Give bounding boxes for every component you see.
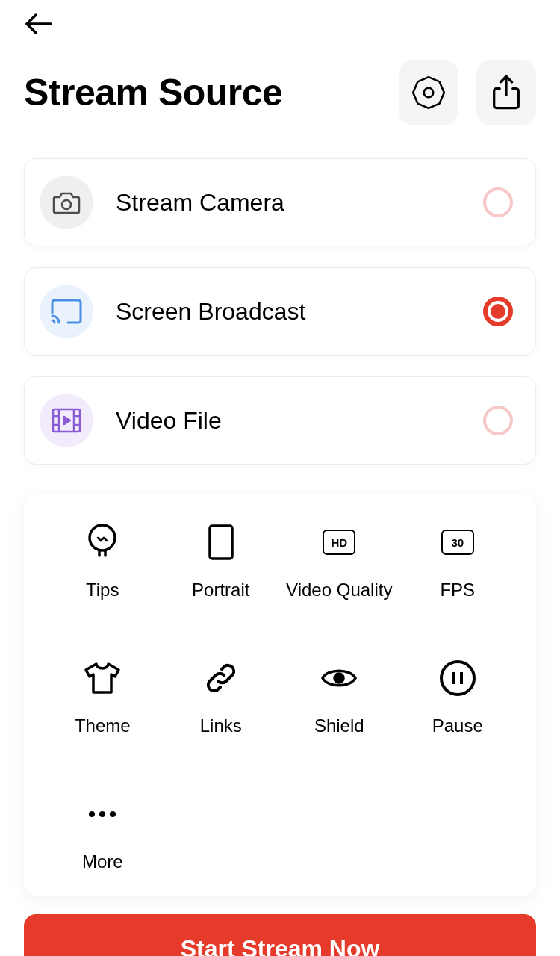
tool-pause[interactable]: Pause — [399, 657, 517, 736]
radio-unselected — [483, 406, 513, 435]
tool-label: Portrait — [192, 580, 249, 600]
cast-icon — [40, 285, 93, 338]
pause-icon — [437, 657, 479, 699]
tools-panel: Tips Portrait HD Video Quality 30 — [24, 494, 536, 896]
page-title: Stream Source — [24, 71, 282, 114]
share-icon — [490, 74, 523, 111]
fps-badge-icon: 30 — [437, 521, 479, 563]
gear-icon — [410, 74, 447, 111]
start-stream-button[interactable]: Start Stream Now — [24, 914, 536, 956]
tool-theme[interactable]: Theme — [43, 657, 162, 736]
share-button[interactable] — [476, 60, 536, 125]
tool-label: Shield — [314, 716, 364, 736]
tool-label: Video Quality — [286, 580, 392, 600]
svg-rect-16 — [210, 526, 232, 559]
shirt-icon — [81, 657, 123, 699]
hd-badge-icon: HD — [318, 521, 360, 563]
tool-video-quality[interactable]: HD Video Quality — [280, 521, 399, 600]
svg-point-2 — [424, 88, 434, 98]
tool-links[interactable]: Links — [162, 657, 281, 736]
source-video-file[interactable]: Video File — [24, 376, 536, 465]
svg-marker-1 — [413, 77, 444, 108]
svg-point-17 — [335, 674, 343, 683]
tool-tips[interactable]: Tips — [43, 521, 162, 600]
tool-shield[interactable]: Shield — [280, 657, 399, 736]
svg-point-4 — [62, 200, 71, 209]
link-icon — [200, 657, 242, 699]
tool-label: Theme — [75, 716, 131, 736]
tool-more[interactable]: More — [43, 793, 162, 872]
lightbulb-icon — [81, 521, 123, 563]
settings-button[interactable] — [399, 60, 458, 125]
svg-point-23 — [110, 811, 116, 817]
portrait-icon — [200, 521, 242, 563]
tool-label: Pause — [432, 716, 483, 736]
svg-point-21 — [89, 811, 95, 817]
radio-unselected — [483, 187, 513, 217]
svg-point-22 — [99, 811, 105, 817]
film-icon — [40, 394, 93, 447]
radio-selected — [483, 297, 513, 326]
source-label: Screen Broadcast — [116, 298, 461, 326]
source-label: Stream Camera — [116, 189, 461, 217]
source-stream-camera[interactable]: Stream Camera — [24, 158, 536, 246]
tool-label: FPS — [440, 580, 475, 600]
back-button[interactable] — [24, 12, 54, 36]
more-dots-icon — [81, 793, 123, 835]
camera-icon — [40, 176, 93, 229]
tool-fps[interactable]: 30 FPS — [399, 521, 517, 600]
svg-marker-12 — [64, 417, 70, 424]
svg-point-13 — [90, 525, 115, 550]
tool-label: Links — [200, 716, 242, 736]
tool-label: More — [82, 851, 123, 872]
source-screen-broadcast[interactable]: Screen Broadcast — [24, 267, 536, 356]
tool-portrait[interactable]: Portrait — [162, 521, 281, 600]
source-label: Video File — [116, 407, 461, 435]
tool-label: Tips — [86, 580, 119, 600]
svg-point-18 — [441, 662, 474, 695]
arrow-left-icon — [24, 12, 54, 36]
eye-icon — [318, 657, 360, 699]
